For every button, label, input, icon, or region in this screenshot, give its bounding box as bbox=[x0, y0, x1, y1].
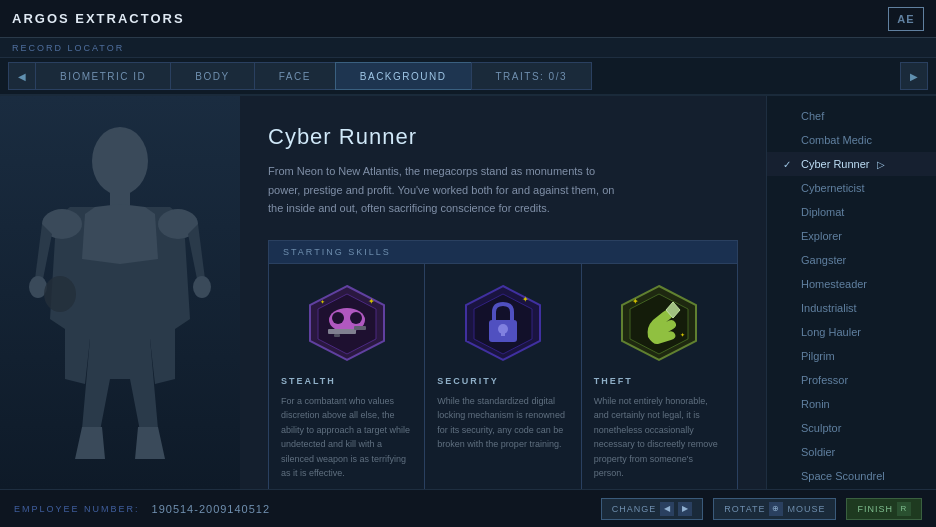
background-list[interactable]: Chef Combat Medic ✓ Cyber Runner ▷ Cyber… bbox=[766, 96, 936, 489]
skill-card-theft: ✦ ✦ THEFT While not entirely honorable, … bbox=[582, 264, 737, 489]
bg-item-combat-medic[interactable]: Combat Medic bbox=[767, 128, 936, 152]
tab-background[interactable]: BACKGROUND bbox=[335, 62, 472, 90]
employee-section: EMPLOYEE NUMBER: 190514-2009140512 bbox=[14, 503, 270, 515]
rotate-label: ROTATE bbox=[724, 504, 765, 514]
skill-card-stealth: ✦ ✦ STEALTH For a combatant who values d… bbox=[269, 264, 425, 489]
bg-item-homesteader[interactable]: Homesteader bbox=[767, 272, 936, 296]
svg-text:✦: ✦ bbox=[368, 297, 375, 306]
tab-traits[interactable]: TRAITS: 0/3 bbox=[471, 62, 593, 90]
svg-text:✦: ✦ bbox=[320, 299, 325, 305]
change-key-left: ◀ bbox=[660, 502, 674, 516]
finish-button[interactable]: FINISH R bbox=[846, 498, 922, 520]
character-area bbox=[0, 96, 240, 489]
stealth-icon: ✦ ✦ bbox=[306, 282, 388, 364]
main-content: Cyber Runner From Neon to New Atlantis, … bbox=[0, 96, 936, 489]
svg-rect-14 bbox=[334, 334, 340, 337]
bg-item-industrialist[interactable]: Industrialist bbox=[767, 296, 936, 320]
change-button[interactable]: CHANGE ◀ ▶ bbox=[601, 498, 704, 520]
bg-item-cyber-runner[interactable]: ✓ Cyber Runner ▷ bbox=[767, 152, 936, 176]
bg-item-long-hauler[interactable]: Long Hauler bbox=[767, 320, 936, 344]
employee-label: EMPLOYEE NUMBER: bbox=[14, 504, 140, 514]
security-icon: ✦ bbox=[462, 282, 544, 364]
logo: AE bbox=[888, 7, 924, 31]
tab-face[interactable]: FACE bbox=[254, 62, 336, 90]
tab-body[interactable]: BODY bbox=[170, 62, 254, 90]
bottom-bar: EMPLOYEE NUMBER: 190514-2009140512 CHANG… bbox=[0, 489, 936, 527]
subtitle-text: RECORD LOCATOR bbox=[12, 43, 124, 53]
app-title: ARGOS EXTRACTORS bbox=[12, 11, 185, 26]
mouse-label: MOUSE bbox=[787, 504, 825, 514]
svg-rect-21 bbox=[501, 330, 505, 336]
skill-stealth-desc: For a combatant who values discretion ab… bbox=[281, 394, 412, 480]
bg-item-ronin[interactable]: Ronin bbox=[767, 392, 936, 416]
bg-item-pilgrim[interactable]: Pilgrim bbox=[767, 344, 936, 368]
bg-item-chef[interactable]: Chef bbox=[767, 104, 936, 128]
svg-point-5 bbox=[193, 276, 211, 298]
bg-item-professor[interactable]: Professor bbox=[767, 368, 936, 392]
skill-security-desc: While the standardized digital locking m… bbox=[437, 394, 568, 452]
rotate-button[interactable]: ROTATE ⊕ MOUSE bbox=[713, 498, 836, 520]
skill-theft-desc: While not entirely honorable, and certai… bbox=[594, 394, 725, 480]
tab-biometric-id[interactable]: BIOMETRIC ID bbox=[35, 62, 171, 90]
svg-text:✦: ✦ bbox=[632, 297, 639, 306]
finish-label: FINISH bbox=[857, 504, 893, 514]
nav-bar: ◀ BIOMETRIC ID BODY FACE BACKGROUND TRAI… bbox=[0, 58, 936, 96]
bottom-actions: CHANGE ◀ ▶ ROTATE ⊕ MOUSE FINISH R bbox=[595, 498, 922, 520]
change-key-right: ▶ bbox=[678, 502, 692, 516]
detail-panel: Cyber Runner From Neon to New Atlantis, … bbox=[240, 96, 766, 489]
svg-text:✦: ✦ bbox=[522, 295, 529, 304]
bg-item-gangster[interactable]: Gangster bbox=[767, 248, 936, 272]
nav-right-arrow[interactable]: ▶ bbox=[900, 62, 928, 90]
svg-rect-13 bbox=[354, 326, 366, 330]
employee-number: 190514-2009140512 bbox=[152, 503, 271, 515]
bg-item-diplomat[interactable]: Diplomat bbox=[767, 200, 936, 224]
theft-icon-wrapper: ✦ ✦ bbox=[594, 278, 725, 368]
top-bar: ARGOS EXTRACTORS AE bbox=[0, 0, 936, 38]
svg-point-0 bbox=[92, 127, 148, 195]
bg-item-explorer[interactable]: Explorer bbox=[767, 224, 936, 248]
character-silhouette bbox=[10, 119, 230, 489]
skills-section: STARTING SKILLS bbox=[268, 240, 738, 489]
skill-stealth-name: STEALTH bbox=[281, 376, 412, 386]
bg-item-sculptor[interactable]: Sculptor bbox=[767, 416, 936, 440]
arrow-cyber-runner: ▷ bbox=[877, 159, 885, 170]
skill-theft-name: THEFT bbox=[594, 376, 725, 386]
skill-card-security: ✦ SECURITY While the standardized digita… bbox=[425, 264, 581, 489]
skills-header: STARTING SKILLS bbox=[269, 241, 737, 264]
svg-point-10 bbox=[332, 312, 344, 324]
svg-text:✦: ✦ bbox=[680, 332, 685, 338]
check-cyber-runner: ✓ bbox=[783, 159, 795, 170]
bg-item-cyberneticist[interactable]: Cyberneticist bbox=[767, 176, 936, 200]
finish-key: R bbox=[897, 502, 911, 516]
theft-icon: ✦ ✦ bbox=[618, 282, 700, 364]
background-title: Cyber Runner bbox=[268, 124, 738, 150]
security-icon-wrapper: ✦ bbox=[437, 278, 568, 368]
rotate-key: ⊕ bbox=[769, 502, 783, 516]
svg-rect-12 bbox=[328, 329, 356, 334]
background-description: From Neon to New Atlantis, the megacorps… bbox=[268, 162, 628, 218]
skill-security-name: SECURITY bbox=[437, 376, 568, 386]
svg-point-11 bbox=[350, 312, 362, 324]
bg-item-soldier[interactable]: Soldier bbox=[767, 440, 936, 464]
bg-item-space-scoundrel[interactable]: Space Scoundrel bbox=[767, 464, 936, 488]
svg-point-6 bbox=[44, 276, 76, 312]
stealth-icon-wrapper: ✦ ✦ bbox=[281, 278, 412, 368]
subtitle-bar: RECORD LOCATOR bbox=[0, 38, 936, 58]
nav-left-arrow[interactable]: ◀ bbox=[8, 62, 36, 90]
skills-cards: ✦ ✦ STEALTH For a combatant who values d… bbox=[269, 264, 737, 489]
change-label: CHANGE bbox=[612, 504, 657, 514]
